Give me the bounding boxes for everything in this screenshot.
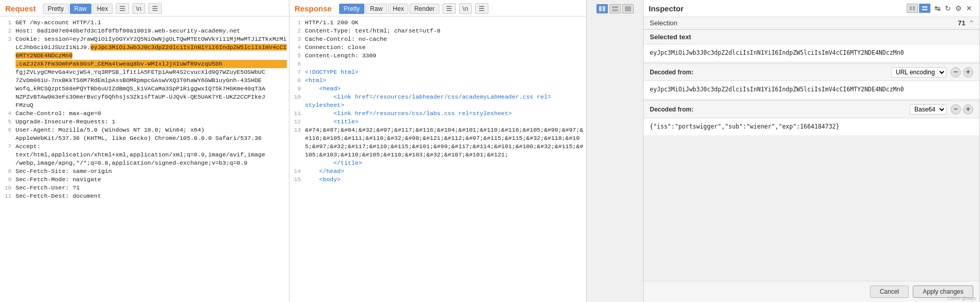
inspector-body: Selection 71 ⌃ Selected text eyJpc3MiOiJ… (644, 17, 979, 281)
request-newline-icon[interactable]: \n (132, 3, 145, 14)
table-row: 2 Content-Type: text/html; charset=utf-8 (289, 27, 586, 35)
table-row: 11 <link href=/resources/css/labs.css re… (289, 109, 586, 118)
table-row: 8 Sec-Fetch-Site: same-origin (0, 167, 289, 176)
layout-icon-split-v[interactable] (596, 4, 608, 13)
table-row: 6 User-Agent: Mozilla/5.0 (Windows NT 10… (0, 126, 289, 134)
selected-text-section: Selected text eyJpc3MiOiJwb3J0c3dpZ2dlci… (644, 29, 979, 61)
table-row: 3 Cookie: session=eyJraWQiOiIyOGYxY2Q5Ni… (0, 35, 289, 60)
request-header: Request Pretty Raw Hex ☰ \n ☰ (0, 0, 289, 17)
decode1-select[interactable]: URL encoding (891, 67, 946, 77)
response-tab-group: Pretty Raw Hex Render (339, 4, 439, 14)
selection-count: 71 (958, 19, 965, 27)
svg-rect-0 (599, 6, 602, 11)
inspector-title: Inspector (649, 4, 907, 13)
svg-rect-7 (922, 6, 927, 8)
inspector-align-bottom-icon[interactable]: ↻ (943, 3, 953, 13)
inspector-header: Inspector ↹ ↻ ⚙ ✕ (644, 0, 979, 17)
svg-rect-6 (913, 6, 915, 10)
table-row: 11 Sec-Fetch-Dest: document (0, 192, 289, 200)
table-row: 3 Cache-Control: no-cache (289, 35, 586, 43)
selected-text-value: eyJpc3MiOiJwb3J0c3dpZ2dlciIsInN1YiI6Indp… (644, 44, 979, 61)
table-row: 7 Accept: (0, 142, 289, 151)
response-newline-icon[interactable]: \n (459, 3, 472, 14)
svg-rect-2 (612, 6, 618, 8)
table-row: 9 Sec-Fetch-Mode: navigate (0, 176, 289, 184)
request-title: Request (5, 4, 36, 13)
response-format-icon[interactable]: ☰ (442, 3, 456, 14)
table-row: 4 Connection: close (289, 43, 586, 52)
decode1-plus-btn[interactable]: + (963, 67, 973, 77)
request-format-icon[interactable]: ☰ (116, 3, 129, 14)
svg-rect-8 (922, 9, 927, 10)
inspector-layout-split-h[interactable] (919, 4, 930, 13)
watermark: CSDN @sayo (947, 296, 976, 301)
table-row: FMzuQ (0, 101, 289, 109)
decode1-row: Decoded from: URL encoding − + (644, 63, 979, 81)
table-row: 7 <!DOCTYPE html> (289, 68, 586, 76)
table-row: .caZJ2Xk7Fm3OmhPak8GsF_CEMa4tweaq8bv-WMI… (0, 60, 289, 68)
response-tab-render[interactable]: Render (409, 4, 439, 14)
table-row: 15 <body> (289, 176, 586, 184)
decode2-select[interactable]: Base64 (910, 104, 946, 115)
table-row: 1 HTTP/1.1 200 OK (289, 19, 586, 27)
inspector-layout-icons (907, 4, 930, 13)
response-tab-hex[interactable]: Hex (388, 4, 408, 14)
response-menu-icon[interactable]: ☰ (475, 3, 488, 14)
table-row: Wofq_kRCSQzpt588ePQYTBb6uUIZdBmQS_kiVACa… (0, 85, 289, 93)
selection-row: Selection 71 ⌃ (644, 17, 979, 29)
response-header: Response Pretty Raw Hex Render ☰ \n ☰ (289, 0, 586, 17)
request-tab-pretty[interactable]: Pretty (43, 4, 68, 14)
decode2-row: Decoded from: Base64 − + (644, 101, 979, 118)
table-row: 9 <head> (289, 85, 586, 93)
table-row: 1 GET /my-account HTTP/1.1 (0, 19, 289, 27)
table-row: NZPZvBTAw9m3eFs3OmerBvcyf0Qhhsjs3Zk1sfTa… (0, 93, 289, 101)
decode1-btn-group: − + (951, 67, 973, 77)
selected-text-header: Selected text (644, 29, 979, 44)
inspector-align-top-icon[interactable]: ↹ (932, 3, 943, 13)
table-row: 5 Upgrade-Insecure-Requests: 1 (0, 118, 289, 126)
table-row: </title> (289, 159, 586, 167)
table-row: 14 </head> (289, 167, 586, 176)
selection-chevron-icon[interactable]: ⌃ (970, 19, 973, 27)
decode2-value: {"iss":"portswigger","sub":"wiener","exp… (644, 118, 979, 135)
selection-label: Selection (650, 19, 958, 27)
table-row: text/html,application/xhtml+xml,applicat… (0, 151, 289, 159)
inspector-settings-icon[interactable]: ⚙ (953, 3, 964, 13)
selected-text-title: Selected text (650, 33, 973, 41)
layout-icon-single[interactable] (622, 4, 634, 13)
table-row: 2 Host: 0ad1007e046be7d3c16f8fbf00a10019… (0, 27, 289, 35)
request-panel: Request Pretty Raw Hex ☰ \n ☰ 1 GET /my-… (0, 0, 289, 302)
request-menu-icon[interactable]: ☰ (148, 3, 162, 14)
table-row: 10 <link href=/resources/labheader/css/a… (289, 93, 586, 101)
decode1-section: Decoded from: URL encoding − + eyJpc3MiO… (644, 63, 979, 98)
inspector-panel: Inspector ↹ ↻ ⚙ ✕ Selection 71 ⌃ Selecte… (644, 0, 980, 302)
table-row: 10 Sec-Fetch-User: ?1 (0, 184, 289, 192)
table-row: /webp,image/apng,*/*;q=0.8,application/s… (0, 159, 289, 167)
response-title: Response (295, 4, 332, 13)
decode2-btn-group: − + (951, 104, 973, 115)
request-code-area: 1 GET /my-account HTTP/1.1 2 Host: 0ad10… (0, 17, 289, 302)
decode1-label: Decoded from: (650, 69, 891, 76)
decode1-minus-btn[interactable]: − (951, 67, 961, 77)
inspector-close-icon[interactable]: ✕ (964, 3, 974, 13)
table-row: 13 &#74;&#87;&#84;&#32;&#97;&#117;&#116;… (289, 126, 586, 159)
table-row: 8 <html> (289, 76, 586, 85)
response-tab-raw[interactable]: Raw (365, 4, 387, 14)
cancel-button[interactable]: Cancel (870, 285, 909, 298)
svg-rect-4 (625, 6, 631, 11)
table-row: fgjZVLygCMevGa4vcjWS4_Yq3RPSB_lfitlA5FET… (0, 68, 289, 76)
svg-rect-1 (603, 6, 605, 11)
layout-bar (587, 0, 644, 302)
response-tab-pretty[interactable]: Pretty (339, 4, 364, 14)
layout-icon-split-h[interactable] (609, 4, 621, 13)
response-panel: Response Pretty Raw Hex Render ☰ \n ☰ 1 … (289, 0, 587, 302)
request-tab-raw[interactable]: Raw (70, 4, 91, 14)
request-tab-hex[interactable]: Hex (93, 4, 113, 14)
decode2-plus-btn[interactable]: + (963, 104, 973, 115)
table-row: AppleWebKit/537.36 (KHTML, like Gecko) C… (0, 134, 289, 142)
decode2-minus-btn[interactable]: − (951, 104, 961, 115)
decode1-value: eyJpc3MiOiJwb3J0c3dpZ2dlciIsInN1YiI6Indp… (644, 81, 979, 98)
svg-rect-3 (612, 9, 618, 11)
table-row: 7ZvDm061U-7nxBKkTS6M7RdEmlpAssBOMRpmpcGA… (0, 76, 289, 85)
inspector-layout-split-v[interactable] (907, 4, 918, 13)
